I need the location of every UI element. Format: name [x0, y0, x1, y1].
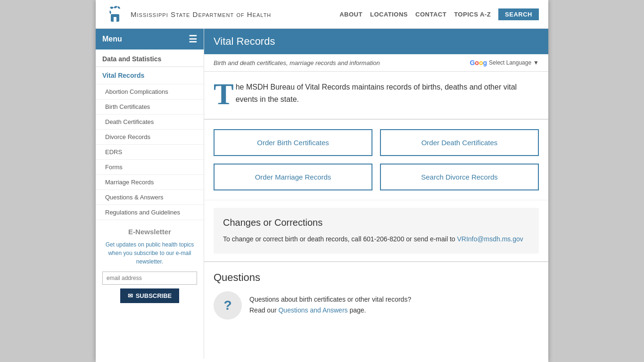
sidebar-menu-bar[interactable]: Menu ☰: [96, 29, 204, 49]
vrinfo-link[interactable]: VRInfo@msdh.ms.gov: [457, 235, 523, 243]
sidebar: Menu ☰ Data and Statistics Vital Records…: [96, 29, 204, 359]
sidebar-item-regulations[interactable]: Regulations and Guidelines: [96, 205, 204, 220]
sidebar-item-birth[interactable]: Birth Certificates: [96, 99, 204, 115]
intro-text: he MSDH Bureau of Vital Records maintain…: [236, 81, 539, 105]
sidebar-item-vital-records[interactable]: Vital Records: [96, 67, 204, 84]
questions-body: Questions about birth certificates or ot…: [249, 291, 411, 315]
drop-cap: T: [214, 79, 234, 109]
action-buttons: Order Birth Certificates Order Death Cer…: [204, 120, 548, 200]
order-marriage-button[interactable]: Order Marriage Records: [214, 164, 372, 190]
search-button[interactable]: SEARCH: [498, 8, 539, 20]
topics-link[interactable]: TOPICS A-Z: [454, 11, 491, 18]
page-title-bar: Vital Records: [204, 29, 548, 54]
changes-text-body: To change or correct birth or death reco…: [223, 235, 455, 243]
msdh-logo: [105, 4, 126, 25]
hamburger-icon[interactable]: ☰: [189, 33, 197, 45]
svg-rect-1: [114, 17, 116, 22]
sidebar-section-title: Data and Statistics: [96, 49, 204, 67]
questions-content: ? Questions about birth certificates or …: [214, 291, 539, 320]
search-divorce-button[interactable]: Search Divorce Records: [380, 164, 539, 190]
about-link[interactable]: ABOUT: [339, 11, 363, 18]
site-title: Mississippi State Department of Health: [131, 10, 271, 18]
subscribe-button[interactable]: ✉ SUBSCRIBE: [120, 288, 180, 303]
envelope-icon: ✉: [128, 292, 133, 299]
intro-block: T he MSDH Bureau of Vital Records mainta…: [204, 72, 548, 120]
qa-link[interactable]: Questions and Answers: [278, 306, 347, 314]
questions-title: Questions: [214, 272, 539, 284]
order-death-button[interactable]: Order Death Certificates: [380, 129, 539, 156]
read-our-text: Read our: [249, 306, 277, 314]
subtitle-bar: Birth and death certificates, marriage r…: [204, 54, 548, 72]
enewsletter-section: E-Newsletter Get updates on public healt…: [96, 220, 204, 311]
enewsletter-title: E-Newsletter: [102, 228, 197, 236]
sidebar-item-edrs[interactable]: EDRS: [96, 145, 204, 160]
sidebar-item-abortion[interactable]: Abortion Complications: [96, 84, 204, 99]
google-g-logo: Goog: [470, 59, 487, 66]
sidebar-item-death[interactable]: Death Certificates: [96, 115, 204, 130]
questions-line2: Read our Questions and Answers page.: [249, 305, 411, 315]
top-nav: ABOUT LOCATIONS CONTACT TOPICS A-Z SEARC…: [339, 8, 539, 20]
content-wrapper: Menu ☰ Data and Statistics Vital Records…: [96, 29, 548, 359]
page-subtitle: Birth and death certificates, marriage r…: [214, 59, 380, 66]
main-content: Vital Records Birth and death certificat…: [204, 29, 548, 359]
locations-link[interactable]: LOCATIONS: [370, 11, 408, 18]
contact-link[interactable]: CONTACT: [415, 11, 446, 18]
logo-area: Mississippi State Department of Health: [105, 4, 271, 25]
site-header: Mississippi State Department of Health A…: [96, 0, 548, 29]
changes-title: Changes or Corrections: [223, 217, 529, 228]
sidebar-item-qa[interactable]: Questions & Answers: [96, 190, 204, 205]
translate-dropdown-icon: ▼: [533, 59, 539, 66]
changes-text: To change or correct birth or death reco…: [223, 234, 529, 244]
questions-section: Questions ? Questions about birth certif…: [204, 261, 548, 329]
sidebar-item-divorce[interactable]: Divorce Records: [96, 130, 204, 145]
changes-section: Changes or Corrections To change or corr…: [214, 208, 539, 254]
order-birth-button[interactable]: Order Birth Certificates: [214, 129, 372, 156]
subscribe-label: SUBSCRIBE: [136, 292, 172, 299]
enewsletter-text: Get updates on public health topics when…: [102, 240, 197, 266]
page-title: Vital Records: [214, 35, 275, 47]
sidebar-item-forms[interactable]: Forms: [96, 160, 204, 175]
questions-line1: Questions about birth certificates or ot…: [249, 294, 411, 304]
menu-label: Menu: [102, 35, 122, 43]
email-input[interactable]: [102, 272, 197, 285]
page-text: page.: [349, 306, 366, 314]
google-translate-widget[interactable]: Goog Select Language ▼: [470, 59, 539, 66]
question-mark-icon: ?: [214, 291, 242, 320]
sidebar-item-marriage[interactable]: Marriage Records: [96, 175, 204, 190]
select-language-label: Select Language: [489, 59, 531, 66]
